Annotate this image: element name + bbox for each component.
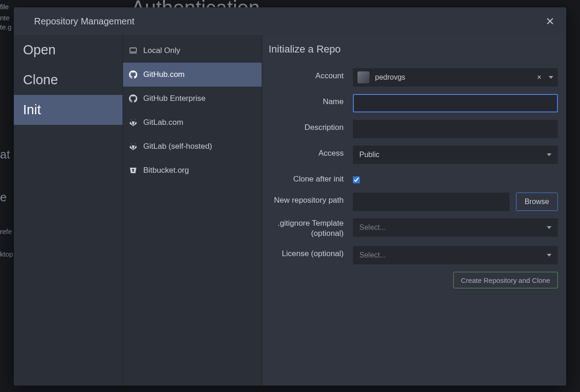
account-select[interactable]: pedrovgs × [353, 68, 558, 87]
create-repo-button[interactable]: Create Repository and Clone [453, 272, 558, 288]
gitlab-icon [129, 142, 138, 151]
laptop-icon [129, 46, 138, 55]
label-access: Access [269, 146, 353, 158]
github-icon [129, 94, 138, 103]
gitlab-icon [129, 118, 138, 127]
label-gitignore: .gitignore Template (optional) [269, 218, 353, 239]
bg-fragment: file [0, 3, 9, 11]
label-account: Account [269, 68, 353, 81]
submit-row: Create Repository and Clone [269, 272, 558, 288]
sidebar-tabs: Open Clone Init [14, 35, 123, 386]
provider-github-com[interactable]: GitHub.com [123, 63, 262, 87]
close-button[interactable] [543, 14, 557, 28]
bg-fragment: te.g [0, 23, 12, 31]
chevron-down-icon [547, 254, 551, 257]
row-account: Account pedrovgs × [269, 68, 558, 87]
row-description: Description [269, 120, 558, 138]
avatar [357, 71, 369, 83]
label-clone-after: Clone after init [269, 171, 353, 184]
bg-fragment: e [0, 190, 6, 205]
license-select[interactable]: Select... [353, 246, 558, 264]
dialog-header: Repository Management [14, 7, 566, 35]
provider-label: Bitbucket.org [143, 166, 189, 175]
provider-gitlab-com[interactable]: GitLab.com [123, 111, 262, 135]
bg-fragment: nte [0, 14, 10, 22]
bg-fragment: refe [0, 228, 12, 235]
dialog-title: Repository Management [34, 16, 543, 27]
provider-github-enterprise[interactable]: GitHub Enterprise [123, 87, 262, 111]
provider-label: GitLab (self-hosted) [143, 142, 212, 151]
access-value: Public [359, 151, 547, 159]
clone-after-checkbox[interactable] [353, 176, 360, 183]
gitignore-placeholder: Select... [359, 223, 547, 232]
repository-management-dialog: Repository Management Open Clone Init Lo… [14, 7, 566, 386]
row-gitignore: .gitignore Template (optional) Select... [269, 218, 558, 239]
access-select[interactable]: Public [353, 146, 558, 164]
browse-button[interactable]: Browse [516, 193, 558, 211]
chevron-down-icon[interactable] [549, 76, 553, 79]
bg-fragment: ktop [0, 250, 13, 258]
label-repo-path: New repository path [269, 193, 353, 205]
dialog-body: Open Clone Init Local Only GitHub.com [14, 35, 566, 386]
svg-rect-0 [130, 48, 136, 52]
provider-label: Local Only [143, 46, 180, 55]
bitbucket-icon [129, 166, 138, 175]
name-input[interactable] [353, 94, 558, 112]
pane-title: Initialize a Repo [269, 43, 558, 55]
label-license: License (optional) [269, 246, 353, 258]
label-name: Name [269, 94, 353, 106]
description-input[interactable] [353, 120, 558, 138]
tab-init[interactable]: Init [14, 95, 123, 125]
init-form-pane: Initialize a Repo Account pedrovgs × Nam… [262, 35, 566, 386]
provider-label: GitLab.com [143, 118, 183, 127]
close-icon [547, 18, 553, 24]
row-name: Name [269, 94, 558, 112]
tab-open[interactable]: Open [14, 35, 123, 65]
provider-bitbucket[interactable]: Bitbucket.org [123, 158, 262, 182]
account-value: pedrovgs [375, 73, 530, 82]
bg-fragment: at [0, 147, 10, 162]
github-icon [129, 70, 138, 79]
repo-path-input[interactable] [353, 193, 510, 211]
provider-label: GitHub Enterprise [143, 94, 205, 103]
provider-list: Local Only GitHub.com GitHub Enterprise … [123, 35, 262, 386]
label-description: Description [269, 120, 353, 132]
provider-label: GitHub.com [143, 70, 185, 79]
gitignore-select[interactable]: Select... [353, 218, 558, 237]
row-access: Access Public [269, 146, 558, 164]
row-license: License (optional) Select... [269, 246, 558, 264]
tab-clone[interactable]: Clone [14, 65, 123, 95]
chevron-down-icon [547, 153, 551, 156]
row-repo-path: New repository path Browse [269, 193, 558, 211]
provider-local-only[interactable]: Local Only [123, 39, 262, 63]
clear-account-button[interactable]: × [535, 73, 543, 82]
row-clone-after: Clone after init [269, 171, 558, 185]
provider-gitlab-self-hosted[interactable]: GitLab (self-hosted) [123, 135, 262, 158]
license-placeholder: Select... [359, 251, 547, 259]
chevron-down-icon [547, 226, 551, 229]
